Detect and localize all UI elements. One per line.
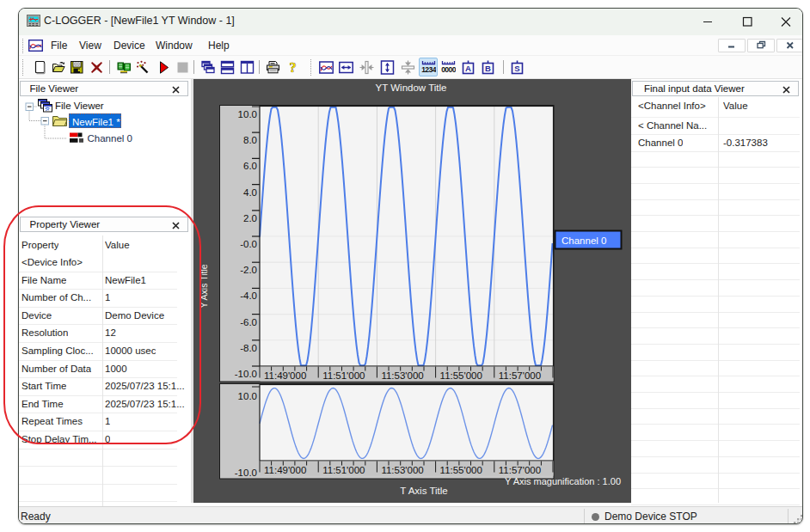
svg-text:11:51'000: 11:51'000 [322, 465, 365, 475]
svg-text:S: S [514, 63, 519, 72]
svg-text:11:49'000: 11:49'000 [264, 465, 306, 475]
svg-text:11:55'000: 11:55'000 [440, 465, 482, 475]
svg-text:-8.0: -8.0 [240, 343, 257, 353]
svg-text:11:55'000: 11:55'000 [440, 370, 482, 381]
svg-text:10.0: 10.0 [238, 391, 257, 401]
svg-text:-2.0: -2.0 [240, 265, 257, 275]
svg-text:11:53'000: 11:53'000 [381, 465, 423, 475]
svg-text:Y Axis Title: Y Axis Title [199, 264, 209, 308]
svg-text:6.0: 6.0 [243, 161, 257, 171]
svg-text:Channel 0: Channel 0 [561, 235, 606, 246]
svg-text:1234: 1234 [421, 65, 436, 74]
svg-text:11:57'000: 11:57'000 [499, 465, 541, 475]
svg-text:T Axis Title: T Axis Title [400, 486, 447, 496]
svg-text:8.0: 8.0 [243, 135, 257, 145]
svg-text:-10.0: -10.0 [235, 468, 257, 478]
svg-text:Y Axis magunification : 1.00: Y Axis magunification : 1.00 [505, 476, 621, 486]
svg-text:File Viewer: File Viewer [55, 101, 104, 111]
svg-text:10.0: 10.0 [238, 109, 257, 119]
svg-text:11:51'000: 11:51'000 [322, 370, 365, 381]
svg-text:-4.0: -4.0 [240, 290, 257, 301]
svg-text:0000: 0000 [441, 65, 456, 74]
svg-text:NewFile1 *: NewFile1 * [72, 117, 120, 127]
svg-text:-6.0: -6.0 [240, 317, 257, 327]
svg-text:B: B [485, 63, 491, 72]
svg-text:YT Window Title: YT Window Title [376, 83, 447, 93]
svg-text:11:57'000: 11:57'000 [499, 370, 541, 381]
svg-text:11:53'000: 11:53'000 [381, 370, 423, 381]
svg-text:2.0: 2.0 [243, 213, 257, 223]
svg-text:-0.0: -0.0 [240, 239, 257, 249]
svg-text:11:49'000: 11:49'000 [264, 370, 306, 381]
svg-text:A: A [465, 63, 471, 72]
svg-text:4.0: 4.0 [243, 187, 257, 198]
svg-text:Channel 0: Channel 0 [88, 133, 132, 144]
svg-text:?: ? [290, 60, 297, 75]
svg-text:-10.0: -10.0 [235, 369, 257, 379]
